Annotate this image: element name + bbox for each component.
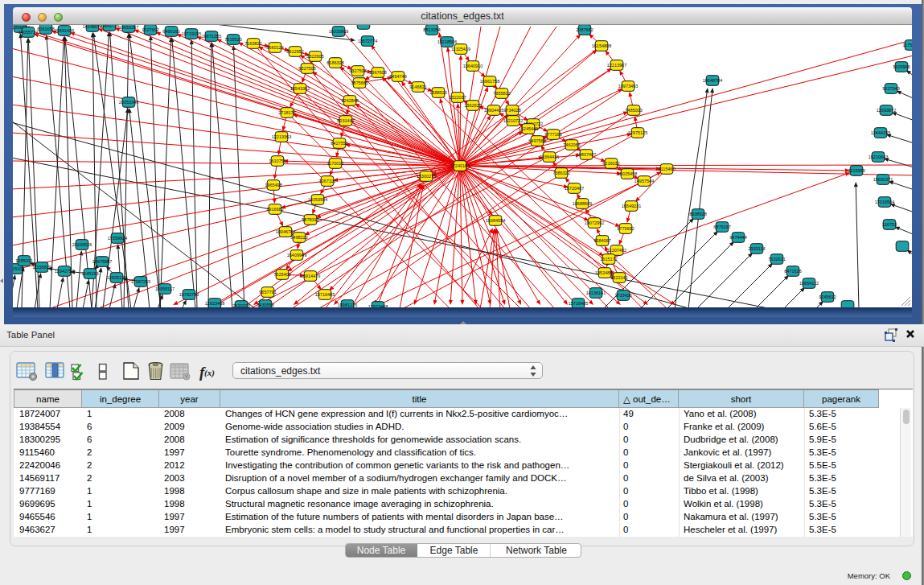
svg-text:8427552: 8427552: [331, 141, 347, 146]
svg-text:10025458: 10025458: [618, 171, 637, 176]
svg-text:6466160: 6466160: [162, 29, 179, 34]
svg-text:19904435: 19904435: [484, 108, 503, 113]
svg-text:7485003: 7485003: [625, 108, 642, 113]
svg-text:7955812: 7955812: [493, 91, 510, 96]
svg-text:2935114: 2935114: [748, 246, 765, 251]
svg-text:7515520: 7515520: [224, 37, 241, 42]
svg-text:12923468: 12923468: [368, 304, 388, 307]
svg-text:5322605: 5322605: [306, 54, 323, 59]
svg-text:15692371: 15692371: [873, 177, 893, 182]
svg-text:7462066: 7462066: [563, 142, 580, 147]
svg-text:2718176: 2718176: [278, 110, 295, 115]
svg-text:10719155: 10719155: [182, 31, 201, 36]
svg-text:16033809: 16033809: [329, 29, 348, 34]
svg-text:6061658: 6061658: [37, 27, 54, 31]
svg-text:10653267: 10653267: [119, 25, 138, 30]
svg-text:7632621: 7632621: [768, 257, 785, 262]
svg-text:7163822: 7163822: [244, 41, 261, 46]
svg-text:14136141: 14136141: [586, 290, 606, 295]
svg-text:20364436: 20364436: [540, 154, 559, 159]
svg-text:14055712: 14055712: [18, 30, 38, 35]
svg-text:1285001: 1285001: [15, 258, 32, 263]
svg-text:8938928: 8938928: [689, 212, 706, 216]
svg-text:16409949: 16409949: [287, 253, 306, 257]
svg-text:16210722: 16210722: [503, 118, 523, 123]
svg-text:10688609: 10688609: [573, 201, 592, 206]
svg-text:1362625: 1362625: [464, 103, 481, 108]
svg-text:12213363: 12213363: [272, 134, 291, 139]
svg-text:1615172: 1615172: [600, 257, 617, 262]
svg-text:(x): (x): [204, 368, 215, 378]
svg-text:16961758: 16961758: [480, 79, 499, 84]
svg-text:12505135: 12505135: [107, 275, 126, 280]
svg-text:1588520: 1588520: [429, 90, 446, 95]
svg-text:15716485: 15716485: [569, 301, 588, 306]
svg-text:22841736: 22841736: [100, 25, 119, 28]
svg-text:11156829: 11156829: [32, 265, 51, 270]
svg-text:17359924: 17359924: [108, 236, 127, 241]
svg-text:1527602: 1527602: [142, 27, 158, 32]
svg-text:15720407: 15720407: [565, 186, 584, 191]
svg-text:3875685: 3875685: [351, 80, 368, 85]
svg-text:116753: 116753: [882, 222, 897, 227]
svg-text:10973493: 10973493: [618, 84, 638, 89]
svg-text:15300275: 15300275: [417, 174, 436, 179]
svg-text:9242848: 9242848: [341, 98, 358, 103]
svg-text:19072992: 19072992: [585, 220, 604, 225]
svg-text:11207462: 11207462: [607, 248, 626, 253]
svg-text:16914479: 16914479: [301, 274, 320, 278]
svg-text:2087682: 2087682: [576, 27, 593, 32]
svg-text:3915101: 3915101: [13, 266, 25, 271]
svg-text:9115460: 9115460: [658, 167, 675, 171]
svg-text:1733426: 1733426: [614, 293, 631, 298]
svg-text:9245612: 9245612: [819, 295, 836, 299]
svg-text:20053346: 20053346: [119, 100, 138, 105]
svg-text:8813054: 8813054: [423, 27, 440, 32]
svg-text:16782759: 16782759: [179, 292, 199, 297]
svg-text:9734028: 9734028: [503, 108, 520, 113]
svg-text:2967608: 2967608: [369, 70, 386, 75]
svg-text:7386322: 7386322: [552, 171, 569, 175]
svg-text:1322037: 1322037: [449, 95, 466, 100]
svg-text:9474444: 9474444: [729, 235, 746, 240]
svg-text:12444155: 12444155: [871, 130, 890, 135]
svg-text:12942757: 12942757: [55, 269, 74, 274]
svg-text:10654112: 10654112: [799, 281, 819, 286]
svg-text:8186328: 8186328: [326, 60, 343, 65]
svg-text:9657791: 9657791: [259, 290, 276, 295]
svg-text:8912952: 8912952: [286, 49, 303, 54]
svg-text:16671355: 16671355: [202, 34, 221, 39]
svg-text:13572774: 13572774: [358, 39, 377, 43]
svg-text:10975887: 10975887: [92, 259, 112, 264]
svg-text:16245441: 16245441: [519, 126, 538, 131]
svg-text:9775692: 9775692: [617, 226, 634, 231]
svg-text:1965498: 1965498: [265, 183, 281, 187]
svg-text:9329966: 9329966: [893, 64, 910, 69]
svg-text:13640910: 13640910: [463, 64, 483, 68]
svg-text:12213967: 12213967: [607, 63, 626, 68]
svg-text:12975125: 12975125: [628, 130, 647, 135]
svg-text:20691406: 20691406: [55, 28, 74, 33]
svg-text:12093872: 12093872: [877, 108, 896, 113]
svg-text:6497568: 6497568: [528, 138, 545, 143]
svg-text:6879197: 6879197: [713, 225, 730, 229]
svg-text:9777169: 9777169: [544, 132, 561, 137]
svg-text:2522141: 2522141: [610, 275, 627, 280]
svg-text:10807487: 10807487: [577, 152, 596, 157]
svg-text:16154808: 16154808: [592, 43, 611, 48]
svg-text:10958117: 10958117: [155, 286, 175, 291]
svg-text:9227343: 9227343: [882, 86, 899, 91]
svg-text:1170012: 1170012: [326, 161, 343, 166]
svg-text:2620223: 2620223: [232, 303, 249, 307]
svg-text:16543362: 16543362: [290, 86, 310, 91]
svg-text:1175107: 1175107: [902, 43, 912, 47]
svg-text:8471626: 8471626: [784, 269, 801, 274]
svg-text:16549231: 16549231: [622, 204, 641, 208]
svg-text:9327505: 9327505: [298, 66, 315, 71]
svg-text:14957544: 14957544: [634, 179, 654, 183]
svg-text:5498222: 5498222: [290, 235, 307, 240]
svg-text:1610755: 1610755: [269, 159, 285, 163]
svg-text:3267110: 3267110: [318, 179, 335, 183]
svg-text:8454749: 8454749: [389, 74, 406, 79]
svg-text:8660124: 8660124: [266, 45, 283, 50]
